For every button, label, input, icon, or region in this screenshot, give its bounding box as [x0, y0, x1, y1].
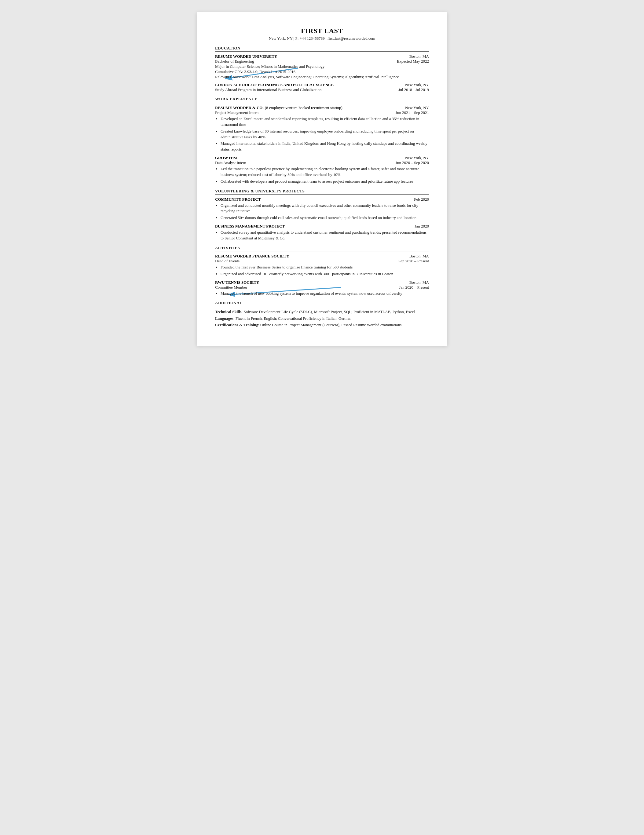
additional-row-2: Languages: Fluent in French, English; Co…: [215, 315, 429, 322]
vol-date-1: Feb 2020: [414, 197, 429, 202]
additional-text-1: : Software Development Life Cycle (SDLC)…: [242, 309, 415, 314]
additional-label-1: Technical Skills: [215, 309, 242, 314]
act-entry-2: RWU TENNIS SOCIETY Boston, MA Committee …: [215, 280, 429, 297]
vol-entry-1: COMMUNITY PROJECT Feb 2020 Organized and…: [215, 197, 429, 221]
vol-org-1: COMMUNITY PROJECT: [215, 197, 260, 202]
act-bullets-1: Founded the first ever Business Series t…: [221, 265, 429, 277]
resume-page: FIRST LAST New York, NY | P: +44 1234567…: [197, 12, 447, 346]
vol-entry-2: BUSINESS MANAGEMENT PROJECT Jan 2020 Con…: [215, 224, 429, 241]
work-date-2: Jun 2020 – Sep 2020: [396, 160, 429, 165]
vol-bullets-1: Organized and conducted monthly meetings…: [221, 203, 429, 221]
additional-label-3: Certifications & Training: [215, 323, 258, 327]
work-section: WORK EXPERIENCE RESUME WORDED & CO. (8 e…: [215, 96, 429, 184]
bullet-item: Managed international stakeholders in In…: [221, 141, 429, 153]
work-role-2: Data Analyst Intern: [215, 160, 246, 165]
additional-text-2: : Fluent in French, English; Conversatio…: [233, 316, 351, 321]
education-section: EDUCATION RESUME WORDED UNIVERSITY Bosto…: [215, 46, 429, 92]
edu-org-1: RESUME WORDED UNIVERSITY: [215, 54, 277, 59]
education-title: EDUCATION: [215, 46, 429, 52]
edu-entry-2: LONDON SCHOOL OF ECONOMICS AND POLITICAL…: [215, 83, 429, 92]
act-role-2: Committee Member: [215, 285, 247, 290]
act-date-2: Jan 2020 – Present: [399, 285, 429, 290]
edu-role-1: Bachelor of Engineering: [215, 59, 254, 64]
bullet-item: Organized and conducted monthly meetings…: [221, 203, 429, 214]
additional-row-1: Technical Skills: Software Development L…: [215, 309, 429, 315]
bullet-item: Developed an Excel macro and standardize…: [221, 116, 429, 128]
act-role-1: Head of Events: [215, 259, 239, 263]
act-bullets-2: Managed the launch of new booking system…: [221, 291, 429, 297]
vol-org-2: BUSINESS MANAGEMENT PROJECT: [215, 224, 285, 229]
work-org-1: RESUME WORDED & CO. (8 employee venture-…: [215, 105, 343, 110]
edu-detail-1b: Cumulative GPA: 3.93/4.0; Dean's List 20…: [215, 69, 429, 74]
additional-text-3: : Online Course in Project Management (C…: [258, 323, 402, 327]
act-loc-1: Boston, MA: [409, 254, 429, 259]
work-loc-1: New York, NY: [405, 106, 429, 110]
edu-org-2: LONDON SCHOOL OF ECONOMICS AND POLITICAL…: [215, 83, 333, 87]
volunteering-title: VOLUNTEERING & UNIVERSITY PROJECTS: [215, 189, 429, 195]
bullet-item: Generated 50+ donors through cold call s…: [221, 215, 429, 221]
header: FIRST LAST New York, NY | P: +44 1234567…: [215, 27, 429, 41]
vol-date-2: Jan 2020: [415, 224, 429, 229]
additional-row-3: Certifications & Training: Online Course…: [215, 322, 429, 328]
additional-label-2: Languages: [215, 316, 233, 321]
work-entry-2: GROWTHSI New York, NY Data Analyst Inter…: [215, 156, 429, 184]
edu-date-1: Expected May 2022: [397, 59, 429, 64]
activities-title: ACTIVITIES: [215, 245, 429, 251]
work-title: WORK EXPERIENCE: [215, 96, 429, 102]
work-date-1: Jun 2021 – Sep 2021: [396, 110, 429, 115]
edu-entry-1: RESUME WORDED UNIVERSITY Boston, MA Bach…: [215, 54, 429, 80]
act-org-1: RESUME WORDED FINANCE SOCIETY: [215, 254, 289, 259]
bullet-item: Managed the launch of new booking system…: [221, 291, 429, 297]
bullet-item: Organized and advertised 10+ quarterly n…: [221, 271, 429, 277]
edu-detail-1a: Major in Computer Science; Minors in Mat…: [215, 64, 429, 69]
edu-loc-1: Boston, MA: [409, 54, 429, 59]
edu-detail-1c: Relevant Coursework: Data Analysis, Soft…: [215, 75, 429, 80]
work-org-2: GROWTHSI: [215, 156, 238, 160]
vol-bullets-2: Conducted survey and quantitative analys…: [221, 230, 429, 241]
edu-date-2: Jul 2018 - Jul 2019: [398, 87, 429, 92]
additional-title: ADDITIONAL: [215, 301, 429, 306]
work-bullets-1: Developed an Excel macro and standardize…: [221, 116, 429, 153]
bullet-item: Founded the first ever Business Series t…: [221, 265, 429, 270]
work-role-1: Project Management Intern: [215, 110, 259, 115]
edu-role-2: Study Abroad Program in International Bu…: [215, 87, 321, 92]
bullet-item: Led the transition to a paperless practi…: [221, 166, 429, 178]
work-bullets-2: Led the transition to a paperless practi…: [221, 166, 429, 184]
bullet-item: Collaborated with developers and product…: [221, 179, 429, 184]
bullet-item: Created knowledge base of 80 internal re…: [221, 128, 429, 140]
activities-section: ACTIVITIES RESUME WORDED FINANCE SOCIETY…: [215, 245, 429, 297]
act-org-2: RWU TENNIS SOCIETY: [215, 280, 259, 285]
work-loc-2: New York, NY: [405, 156, 429, 160]
contact-info: New York, NY | P: +44 123456789 | first.…: [215, 36, 429, 41]
act-date-1: Sep 2020 – Present: [398, 259, 429, 263]
edu-loc-2: New York, NY: [405, 83, 429, 87]
volunteering-section: VOLUNTEERING & UNIVERSITY PROJECTS COMMU…: [215, 189, 429, 241]
act-entry-1: RESUME WORDED FINANCE SOCIETY Boston, MA…: [215, 254, 429, 277]
act-loc-2: Boston, MA: [409, 280, 429, 285]
bullet-item: Conducted survey and quantitative analys…: [221, 230, 429, 241]
additional-section: ADDITIONAL Technical Skills: Software De…: [215, 301, 429, 328]
candidate-name: FIRST LAST: [215, 27, 429, 35]
work-entry-1: RESUME WORDED & CO. (8 employee venture-…: [215, 105, 429, 153]
